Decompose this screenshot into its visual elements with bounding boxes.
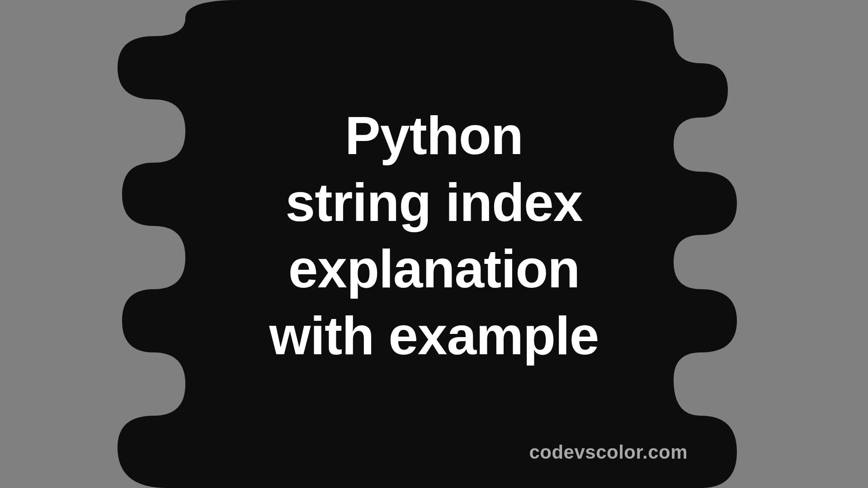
title-line-2: string index	[0, 169, 868, 236]
watermark-text: codevscolor.com	[529, 441, 688, 463]
title-block: Python string index explanation with exa…	[0, 103, 868, 369]
title-line-1: Python	[0, 103, 868, 169]
title-line-4: with example	[0, 303, 868, 370]
banner-stage: Python string index explanation with exa…	[0, 0, 868, 488]
title-line-3: explanation	[0, 236, 868, 303]
